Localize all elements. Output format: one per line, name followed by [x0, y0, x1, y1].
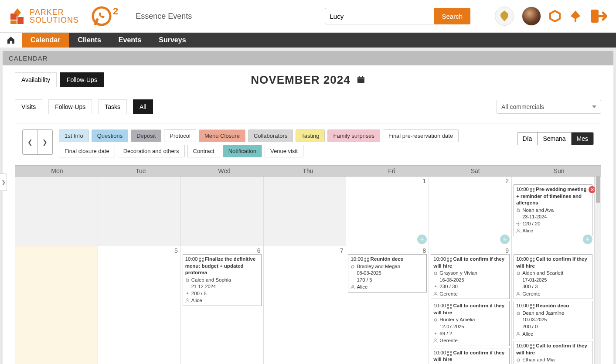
view-day[interactable]: Día — [517, 133, 538, 145]
subtab-visits[interactable]: Visits — [15, 99, 42, 114]
day-cell[interactable]: 9 10:00 Call to confirm if they will hir… — [429, 246, 512, 364]
svg-rect-24 — [199, 260, 201, 262]
day-cell[interactable]: 7 — [264, 246, 347, 364]
svg-point-61 — [517, 292, 519, 294]
svg-point-33 — [351, 265, 354, 268]
subtab-tasks[interactable]: Tasks — [98, 99, 127, 114]
day-cell[interactable] — [181, 177, 264, 246]
add-event-button[interactable]: + — [583, 235, 592, 244]
event-couple: Hunter y Amelia — [439, 316, 475, 323]
tab-followups[interactable]: Follow-Ups — [60, 72, 104, 87]
event-card[interactable]: 10:00 Call to confirm if they will hire … — [431, 254, 510, 299]
nav-surveys[interactable]: Surveys — [150, 33, 194, 48]
event-card[interactable]: 10:00 Call to confirm if they will hire … — [431, 348, 510, 364]
calendar-icon[interactable] — [357, 75, 365, 84]
event-card[interactable]: 10:00 Reunión deco Bradley and Megan 08-… — [348, 254, 427, 293]
day-cell[interactable] — [15, 246, 98, 364]
add-event-button[interactable]: + — [417, 235, 427, 244]
day-cell[interactable] — [264, 177, 347, 246]
svg-rect-44 — [447, 307, 449, 309]
nav-calendar[interactable]: Calendar — [22, 33, 69, 48]
moon-icon — [516, 324, 521, 329]
moon-icon — [516, 284, 521, 289]
calendar-grid: Mon Tue Wed Thu Fri Sat Sun — [15, 165, 601, 364]
day-cell[interactable]: 5 — [98, 246, 181, 364]
day-number: 2 — [505, 177, 509, 184]
category-chip[interactable]: Questions — [92, 129, 129, 142]
day-cell[interactable] — [15, 177, 98, 246]
org-avatar[interactable] — [495, 7, 514, 26]
commercials-select[interactable]: All commercials — [497, 100, 601, 114]
day-cell[interactable]: 1 + — [346, 177, 429, 246]
prev-month-button[interactable]: ❮ — [23, 130, 37, 154]
whatsapp-indicator[interactable]: 2 — [91, 6, 118, 27]
category-chip[interactable]: Deposit — [131, 129, 161, 142]
nav-clients[interactable]: Clients — [69, 33, 109, 48]
svg-rect-51 — [447, 354, 449, 356]
svg-point-47 — [435, 333, 436, 334]
next-month-button[interactable]: ❯ — [37, 130, 52, 154]
category-chip[interactable]: Decoration and others — [118, 145, 185, 157]
event-date: 21-12-2024 — [191, 283, 259, 290]
day-cell[interactable]: 2 + — [429, 177, 512, 246]
category-chip[interactable]: Contract — [187, 145, 220, 157]
day-cell[interactable]: 6 10:00 Finalize the definitive menu: bu… — [181, 246, 264, 364]
calendar-scrollbar[interactable] — [595, 177, 601, 364]
weekday-fri: Fri — [350, 166, 433, 176]
logout-icon[interactable] — [590, 9, 607, 24]
add-event-button[interactable]: + — [500, 235, 510, 244]
event-card[interactable]: 10:00 Call to confirm if they will hire … — [514, 254, 592, 299]
day-cell[interactable]: 10:00 Call to confirm if they will hire … — [512, 246, 595, 364]
home-icon — [7, 36, 15, 44]
event-card[interactable]: 10:00 Reunión deco Dean and Jasmine 10-0… — [514, 301, 592, 339]
search-button[interactable]: Search — [434, 8, 470, 24]
category-chip[interactable]: Menu Closure — [199, 129, 245, 142]
org-logo-icon — [497, 9, 512, 24]
nav-events[interactable]: Events — [110, 33, 150, 48]
subtab-all[interactable]: All — [133, 99, 153, 114]
view-month[interactable]: Mes — [572, 133, 593, 145]
nav-home[interactable] — [0, 33, 22, 48]
category-chip[interactable]: Notification — [223, 145, 262, 157]
day-cell[interactable]: 8 10:00 Reunión deco Bradley and Megan 0… — [346, 246, 429, 364]
task-icon — [530, 258, 534, 262]
category-chip[interactable]: Tasting — [296, 129, 325, 142]
svg-rect-30 — [367, 258, 369, 259]
event-card[interactable]: ✕ 10:00 Pre-wedding meeting + reminder o… — [514, 184, 592, 236]
category-chip[interactable]: Final closure date — [59, 145, 115, 157]
scrollbar-thumb[interactable] — [596, 177, 600, 203]
category-chip[interactable]: 1st Info — [59, 129, 89, 142]
month-title: NOVEMBER 2024 — [251, 73, 365, 87]
side-panel-toggle[interactable]: ❯ — [0, 173, 7, 191]
event-couple: Dean and Jasmine — [522, 310, 564, 317]
event-couple: Ethan and Mia — [522, 357, 555, 364]
svg-rect-22 — [199, 258, 201, 259]
category-chip[interactable]: Venue visit — [265, 145, 303, 157]
weekday-thu: Thu — [266, 166, 350, 176]
user-avatar[interactable] — [522, 7, 541, 26]
subtab-followups[interactable]: Follow-Ups — [48, 99, 92, 114]
svg-rect-65 — [533, 307, 534, 309]
notifications-icon[interactable] — [569, 10, 582, 23]
view-week[interactable]: Semana — [538, 133, 571, 145]
category-chip[interactable]: Final pre-reservation date — [383, 129, 459, 142]
sun-icon — [516, 221, 521, 226]
day-cell[interactable]: ✕ 10:00 Pre-wedding meeting + reminder o… — [512, 177, 595, 246]
search-input[interactable] — [325, 8, 434, 24]
event-card[interactable]: 10:00 Call to confirm if they will hire … — [514, 341, 592, 364]
event-time: 10:00 — [433, 303, 446, 308]
event-card[interactable]: 10:00 Finalize the definitive menu: budg… — [183, 254, 262, 306]
category-chip[interactable]: Family surprises — [327, 129, 380, 142]
day-cell[interactable] — [98, 177, 181, 246]
ring-icon — [433, 271, 438, 275]
sub-tabs: Visits Follow-Ups Tasks All All commerci… — [15, 99, 601, 114]
event-card[interactable]: 10:00 Call to confirm if they will hire … — [431, 301, 510, 346]
brand-logo[interactable]: PARKER SOLUTIONS — [9, 7, 79, 25]
settings-icon[interactable] — [549, 10, 561, 22]
category-chip[interactable]: Protocol — [164, 129, 196, 142]
tab-availability[interactable]: Availability — [15, 72, 57, 87]
event-title: Reunión deco — [371, 256, 404, 262]
category-chip[interactable]: Collaborators — [248, 129, 293, 142]
svg-rect-14 — [533, 191, 534, 192]
sun-icon — [185, 291, 190, 296]
